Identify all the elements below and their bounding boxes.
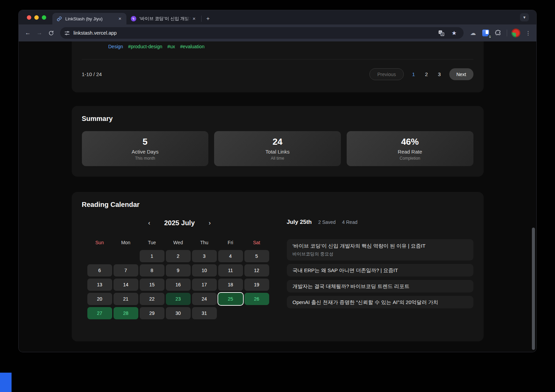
calendar-day[interactable]: 28 <box>114 307 138 319</box>
site-settings-icon[interactable] <box>64 30 70 36</box>
calendar-day-grid: 1234567891011121314151617181920212223242… <box>87 250 277 319</box>
stat-label: Read Rate <box>398 149 422 155</box>
day-detail-title: July 25th <box>287 219 312 226</box>
tab-article[interactable]: ϟ ‘바이브 코딩’이 신입 개발자의 핵심 × <box>126 13 201 24</box>
previous-button[interactable]: Previous <box>369 68 403 80</box>
calendar-day[interactable]: 10 <box>192 264 217 277</box>
calendar-day[interactable]: 7 <box>114 264 138 277</box>
scrollbar-thumb[interactable] <box>532 228 535 350</box>
calendar-day[interactable]: 4 <box>218 250 243 262</box>
calendar-day[interactable]: 31 <box>192 307 217 319</box>
hashtag[interactable]: #ux <box>168 44 175 49</box>
tab-search-chevron-icon[interactable]: ▼ <box>520 13 529 21</box>
extension-shield-icon[interactable]: 1 <box>482 29 490 37</box>
close-window-button[interactable] <box>27 15 31 20</box>
page-numbers: 123 <box>407 71 446 77</box>
calendar-day[interactable]: 13 <box>87 279 112 291</box>
page-number[interactable]: 3 <box>433 71 446 77</box>
weekday-label: Wed <box>166 240 191 245</box>
calendar-day[interactable]: 22 <box>140 293 164 305</box>
calendar-day[interactable]: 29 <box>140 307 164 319</box>
profile-avatar[interactable] <box>511 29 520 37</box>
article-list: ‘바이브 코딩’이 신입 개발자의 핵심 역량이 된 이유 | 요즘IT바이브코… <box>287 239 473 308</box>
hashtag[interactable]: #evaluation <box>180 44 205 49</box>
calendar-day[interactable]: 6 <box>87 264 112 277</box>
calendar-day[interactable]: 8 <box>140 264 164 277</box>
next-month-chevron-icon[interactable]: › <box>205 218 214 228</box>
calendar-day[interactable]: 24 <box>192 293 217 305</box>
article-card[interactable]: ‘바이브 코딩’이 신입 개발자의 핵심 역량이 된 이유 | 요즘IT바이브코… <box>287 239 473 261</box>
weekday-label: Tue <box>140 240 164 245</box>
calendar-day[interactable]: 27 <box>87 307 112 319</box>
calendar-panel: ‹ 2025 July › SunMonTueWedThuFriSat 1234… <box>82 217 277 319</box>
calendar-day[interactable]: 1 <box>140 250 164 262</box>
site-favicon-icon: ϟ <box>131 16 136 22</box>
calendar-day[interactable]: 17 <box>192 279 217 291</box>
url-text: linkstash.vercel.app <box>73 30 437 36</box>
stat-label: Active Days <box>132 149 158 155</box>
tab-linkstash[interactable]: LinkStash (by Jiyu) × <box>52 13 126 24</box>
new-tab-button[interactable]: + <box>204 14 212 23</box>
calendar-day[interactable]: 12 <box>244 264 269 277</box>
tab-close-icon[interactable]: × <box>191 16 197 22</box>
calendar-day[interactable]: 26 <box>244 293 269 305</box>
prev-month-chevron-icon[interactable]: ‹ <box>144 218 154 228</box>
weekday-label: Sat <box>244 240 269 245</box>
weekday-header: SunMonTueWedThuFriSat <box>87 240 277 245</box>
weekday-label: Fri <box>218 240 243 245</box>
background-window-fragment <box>0 373 12 392</box>
weekday-label: Mon <box>114 240 138 245</box>
menu-dots-icon[interactable]: ⋮ <box>525 30 532 36</box>
calendar-day[interactable]: 20 <box>87 293 112 305</box>
calendar-day[interactable]: 21 <box>114 293 138 305</box>
svg-text:文: 文 <box>441 33 444 35</box>
extensions-puzzle-icon[interactable] <box>494 29 502 37</box>
translate-icon[interactable]: G 文 <box>437 29 445 37</box>
calendar-day[interactable]: 3 <box>192 250 217 262</box>
calendar-day[interactable]: 25 <box>218 293 243 305</box>
summary-card: Summary 5Active DaysThis month24Total Li… <box>72 106 484 177</box>
bookmark-star-icon[interactable]: ★ <box>450 29 458 37</box>
stat-sublabel: Completion <box>400 156 420 161</box>
minimize-window-button[interactable] <box>34 15 39 20</box>
article-card[interactable]: 국내 ERP는 왜 SAP 아니면 더존일까? | 요즘IT <box>287 264 473 277</box>
reading-calendar-card: Reading Calendar ‹ 2025 July › SunMonTue… <box>72 192 484 341</box>
stat-sublabel: All time <box>271 156 284 161</box>
calendar-day[interactable]: 30 <box>166 307 191 319</box>
calendar-day[interactable]: 16 <box>166 279 191 291</box>
stat-value: 24 <box>273 137 282 147</box>
calendar-day[interactable]: 19 <box>244 279 269 291</box>
page-number[interactable]: 2 <box>420 71 433 77</box>
calendar-day[interactable]: 9 <box>166 264 191 277</box>
weekday-label: Sun <box>87 240 112 245</box>
hashtag[interactable]: #product-design <box>128 44 162 49</box>
calendar-day[interactable]: 14 <box>114 279 138 291</box>
url-bar[interactable]: linkstash.vercel.app G 文 ★ <box>60 27 464 39</box>
calendar-day[interactable]: 18 <box>218 279 243 291</box>
category-tag[interactable]: Design <box>108 44 123 49</box>
tab-close-icon[interactable]: × <box>117 16 123 22</box>
toolbar-divider <box>507 30 507 36</box>
calendar-day[interactable]: 11 <box>218 264 243 277</box>
reload-icon[interactable] <box>46 28 56 38</box>
summary-title: Summary <box>82 115 473 123</box>
calendar-day[interactable]: 2 <box>166 250 191 262</box>
pagination-range: 1-10 / 24 <box>82 71 102 77</box>
calendar-day[interactable]: 23 <box>166 293 191 305</box>
tab-title: ‘바이브 코딩’이 신입 개발자의 핵심 <box>139 16 191 22</box>
day-detail-panel: July 25th 2 Saved 4 Read ‘바이브 코딩’이 신입 개발… <box>287 217 473 319</box>
calendar-day[interactable]: 15 <box>140 279 164 291</box>
calendar-day[interactable]: 5 <box>244 250 269 262</box>
back-icon[interactable]: ← <box>23 28 33 38</box>
article-title: 개발자는 결국 대체될까? 바이브코딩 트렌드 리포트 <box>293 283 468 289</box>
article-title: ‘바이브 코딩’이 신입 개발자의 핵심 역량이 된 이유 | 요즘IT <box>293 243 468 249</box>
weekday-label: Thu <box>192 240 217 245</box>
article-card[interactable]: 개발자는 결국 대체될까? 바이브코딩 트렌드 리포트 <box>287 280 473 292</box>
cloud-icon[interactable]: ☁ <box>469 29 477 37</box>
maximize-window-button[interactable] <box>42 15 46 20</box>
article-card[interactable]: OpenAI 출신 천재가 증명한 “신뢰할 수 있는 AI”의 20억달러 가… <box>287 296 473 308</box>
next-button[interactable]: Next <box>449 68 473 80</box>
page-number[interactable]: 1 <box>407 71 420 77</box>
forward-icon[interactable]: → <box>34 28 45 38</box>
window-controls <box>19 15 52 20</box>
